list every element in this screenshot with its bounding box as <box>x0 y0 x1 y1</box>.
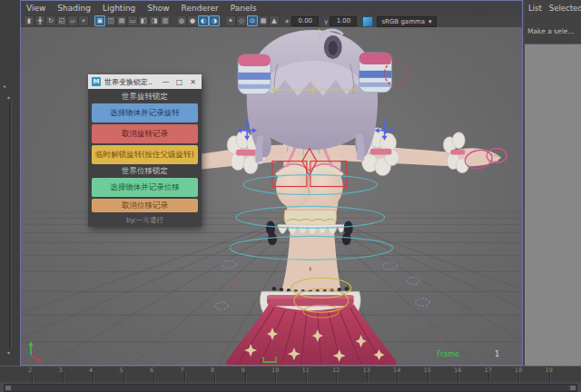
timeline-tick[interactable]: 10 <box>275 367 276 383</box>
timeline-tick[interactable]: 13 <box>367 367 368 383</box>
panel-menu-renderer[interactable]: Renderer <box>182 4 219 13</box>
panel-toolbar: ▮╋↻◱▱⌖▣◫▤▭◧◨▥◍●◐◑✦◇⊙▦▲ ☀ 0.00 γ 1.00 sRG… <box>21 15 522 27</box>
icon-shadows[interactable]: ◨ <box>149 15 160 26</box>
panel-menubar: ViewShadingLightingShowRendererPanels <box>21 1 522 15</box>
timeline-tick[interactable]: 16 <box>458 367 458 383</box>
icon-rotate-view[interactable]: ↻ <box>45 15 56 26</box>
character-skirt <box>225 304 397 365</box>
icon-xray[interactable]: ✦ <box>225 15 236 26</box>
gamma-field[interactable]: 1.00 <box>330 16 357 26</box>
minimize-button[interactable]: — <box>161 78 171 86</box>
range-grip-left[interactable] <box>5 386 11 390</box>
character-model[interactable] <box>202 30 501 365</box>
timeline-tick[interactable]: 8 <box>214 367 215 383</box>
timeline-tick[interactable]: 6 <box>153 367 154 383</box>
icon-grease-pencil[interactable]: ▣ <box>94 15 105 26</box>
exposure-field[interactable]: 0.00 <box>291 16 319 26</box>
panel-menu-panels[interactable]: Panels <box>231 4 257 13</box>
range-bar[interactable] <box>4 384 577 392</box>
exposure-icon[interactable]: ☀ <box>284 18 290 25</box>
timeline-tick[interactable]: 5 <box>123 367 124 383</box>
icon-image-plane[interactable]: ▱ <box>67 15 78 26</box>
icon-2d-pan-zoom[interactable]: ⌖ <box>78 15 89 26</box>
icon-isolate-select[interactable]: ◑ <box>209 15 220 26</box>
dialog-button-0-1[interactable]: 取消旋转记录 <box>92 124 198 143</box>
selection-hint-text: Make a sele... <box>527 27 580 35</box>
dialog-button-0-2[interactable]: 临时解锁旋转(按住父级旋转) <box>92 145 198 164</box>
left-scroll-strip[interactable]: ◂ ▴ ▾ <box>0 0 21 366</box>
view-axis-icon <box>25 341 43 362</box>
panel-menu-shading[interactable]: Shading <box>57 4 91 13</box>
dialog-logo-icon: M <box>92 77 101 86</box>
dialog-button-1-1[interactable]: 取消位移记录 <box>92 199 198 212</box>
chevron-down-icon: ▾ <box>428 18 432 25</box>
panel-menu-view[interactable]: View <box>26 4 45 13</box>
view-transform-value: sRGB gamma <box>381 18 425 25</box>
timeline-tick[interactable]: 2 <box>32 367 33 383</box>
dialog-credit: by:一方通行 <box>88 216 202 227</box>
icon-select-tool[interactable]: ▮ <box>24 15 34 26</box>
panel-menu-show[interactable]: Show <box>147 4 169 13</box>
icon-resolution-gate[interactable]: ▲ <box>269 15 280 26</box>
attr-menu-selected[interactable]: Selected <box>549 4 581 13</box>
dialog-title: 世界变换锁定.. <box>104 77 157 87</box>
timeline-tick[interactable]: 4 <box>93 367 94 383</box>
timeline-tick[interactable]: 18 <box>518 367 519 383</box>
dialog-section-header: 世界旋转锁定 <box>92 92 198 102</box>
dialog-body: 世界旋转锁定选择物体并记录旋转取消旋转记录临时解锁旋转(按住父级旋转)世界位移锁… <box>88 89 202 216</box>
attribute-editor-menus: ListSelected <box>525 0 581 13</box>
timeline-tick[interactable]: 7 <box>184 367 185 383</box>
maximize-button[interactable]: □ <box>174 78 184 86</box>
world-transform-lock-dialog[interactable]: M 世界变换锁定.. — □ ✕ 世界旋转锁定选择物体并记录旋转取消旋转记录临时… <box>88 74 202 227</box>
icon-ambient-occlusion[interactable]: ▥ <box>160 15 171 26</box>
hud-frame-value: 1 <box>495 351 499 358</box>
timeline-tick[interactable]: 11 <box>306 367 307 383</box>
scrollbar-track[interactable] <box>9 102 12 348</box>
timeline-tick[interactable]: 17 <box>488 367 489 383</box>
icon-depth-of-field[interactable]: ◐ <box>198 15 209 26</box>
icon-move-tool[interactable]: ╋ <box>34 15 45 26</box>
icon-xray-active[interactable]: ◇ <box>236 15 247 26</box>
icon-smooth-shade[interactable]: ▤ <box>116 15 127 26</box>
dialog-titlebar[interactable]: M 世界变换锁定.. — □ ✕ <box>88 74 202 89</box>
scroll-down-icon[interactable]: ▾ <box>7 350 10 356</box>
attr-menu-list[interactable]: List <box>528 4 542 13</box>
character-hair <box>247 30 378 163</box>
icon-wireframe-on-shaded[interactable]: ⊙ <box>247 15 258 26</box>
panel-menu-lighting[interactable]: Lighting <box>103 4 135 13</box>
timeline-tick[interactable]: 9 <box>245 367 246 383</box>
icon-motion-blur[interactable]: ◍ <box>176 15 187 26</box>
dialog-section-header: 世界位移锁定 <box>92 166 198 176</box>
timeline-tick[interactable]: 19 <box>549 367 550 383</box>
time-slider[interactable]: 2345678910111213141516171819 <box>0 366 581 383</box>
hud-frame-label: Frame <box>437 351 459 358</box>
gamma-icon[interactable]: γ <box>324 18 328 25</box>
dialog-button-1-0[interactable]: 选择物体并记录位移 <box>92 178 198 197</box>
dialog-button-0-0[interactable]: 选择物体并记录旋转 <box>92 103 198 122</box>
icon-use-all-lights[interactable]: ◧ <box>138 15 149 26</box>
timeline-tick[interactable]: 12 <box>336 367 337 383</box>
range-grip-right[interactable] <box>570 386 576 390</box>
collapse-arrow-icon[interactable]: ◂ <box>3 83 5 89</box>
scroll-up-icon[interactable]: ▴ <box>7 94 10 100</box>
timeline-tick[interactable]: 15 <box>428 367 428 383</box>
attribute-editor-empty-area <box>525 44 581 367</box>
view-transform-dropdown[interactable]: sRGB gamma ▾ <box>377 16 436 27</box>
headphone-left <box>238 54 271 94</box>
timeline-tick[interactable]: 3 <box>63 367 64 383</box>
icon-wireframe[interactable]: ◫ <box>105 15 116 26</box>
range-slider[interactable] <box>0 382 581 392</box>
headphone-right <box>359 53 392 93</box>
timeline-tick[interactable]: 14 <box>397 367 398 383</box>
attribute-editor-panel: ListSelected Make a sele... <box>525 0 581 366</box>
panel-toolbar-icons: ▮╋↻◱▱⌖▣◫▤▭◧◨▥◍●◐◑✦◇⊙▦▲ <box>24 15 280 28</box>
close-button[interactable]: ✕ <box>188 78 198 86</box>
maya-viewport-window: ◂ ▴ ▾ ViewShadingLightingShowRendererPan… <box>0 0 581 392</box>
view-transform-icon[interactable] <box>362 16 373 27</box>
icon-plugin-shapes[interactable]: ▦ <box>258 15 269 26</box>
icon-textured[interactable]: ▭ <box>127 15 138 26</box>
icon-frame-region[interactable]: ◱ <box>56 15 67 26</box>
icon-multisample-aa[interactable]: ● <box>187 15 198 26</box>
